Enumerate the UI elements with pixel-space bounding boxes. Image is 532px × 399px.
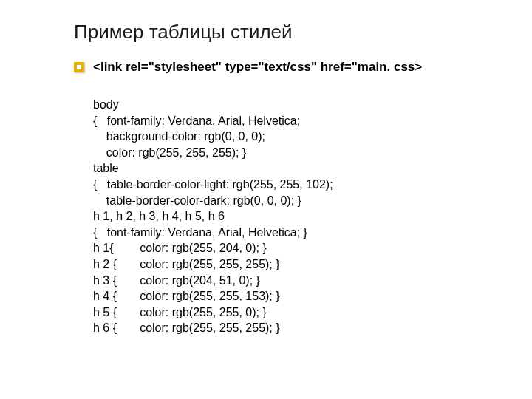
bullet-row: <link rel="stylesheet" type="text/css" h… — [74, 60, 488, 75]
square-bullet-icon — [74, 62, 84, 72]
link-tag-line: <link rel="stylesheet" type="text/css" h… — [93, 60, 422, 75]
slide-title: Пример таблицы стилей — [74, 21, 488, 44]
css-code-block: body { font-family: Verdana, Arial, Helv… — [93, 97, 488, 336]
slide: Пример таблицы стилей <link rel="stylesh… — [0, 0, 532, 399]
